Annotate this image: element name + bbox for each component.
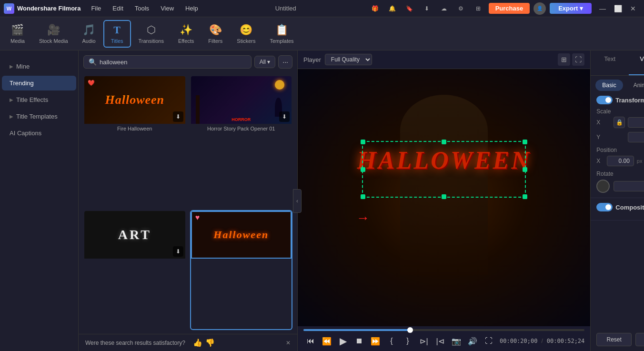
skip-back-button[interactable]: ⏮ xyxy=(303,334,318,348)
player-label: Player xyxy=(303,56,321,63)
right-tabs: Text Video Text To Speech xyxy=(591,50,644,76)
download-icon-horror[interactable]: ⬇ xyxy=(279,111,290,122)
scale-lock-icon[interactable]: 🔒 xyxy=(614,117,625,128)
transform-toggle[interactable] xyxy=(596,96,613,104)
menu-help[interactable]: Help xyxy=(181,3,203,14)
tool-transitions[interactable]: ⬡ Transitions xyxy=(132,21,171,47)
sidebar-item-title-templates[interactable]: ▶ Title Templates xyxy=(2,109,76,124)
thumbs-down-icon[interactable]: 👎 xyxy=(205,338,215,347)
download-icon-fire[interactable]: ⬇ xyxy=(173,111,183,122)
stop-button[interactable]: ⏹ xyxy=(352,334,366,348)
tool-stickers[interactable]: 😊 Stickers xyxy=(230,21,262,47)
titles-icon: T xyxy=(113,24,121,36)
menu-tools[interactable]: Tools xyxy=(130,3,154,14)
scale-y-label: Y xyxy=(596,134,611,140)
tool-media[interactable]: 🎬 Media xyxy=(4,21,31,47)
snapshot-button[interactable]: 📷 xyxy=(449,334,463,348)
step-forward-button[interactable]: ⏩ xyxy=(368,334,382,348)
thumbs-up-icon[interactable]: 👍 xyxy=(193,338,202,347)
maximize-button[interactable]: ⬜ xyxy=(611,2,625,15)
effects-icon: ✨ xyxy=(180,24,192,36)
compositing-title: Compositing xyxy=(596,203,644,211)
tab-text[interactable]: Text xyxy=(591,50,629,75)
tool-templates[interactable]: 📋 Templates xyxy=(263,21,300,47)
close-button[interactable]: ✕ xyxy=(626,2,640,15)
right-bottom-buttons: Reset Keyframe Panel xyxy=(591,328,644,351)
gift-icon[interactable]: 🎁 xyxy=(369,2,382,15)
tool-audio[interactable]: 🎵 Audio xyxy=(76,21,102,47)
tool-stock[interactable]: 🎥 Stock Media xyxy=(32,21,75,47)
mark-in-button[interactable]: { xyxy=(384,334,399,348)
rotate-value[interactable]: 0.00° xyxy=(614,181,644,191)
sub-tab-basic[interactable]: Basic xyxy=(595,80,623,91)
play-button[interactable]: ▶ xyxy=(336,334,350,348)
step-back-button[interactable]: ⏪ xyxy=(320,334,334,348)
progress-track[interactable] xyxy=(303,329,584,331)
download-icon-art[interactable]: ⬇ xyxy=(173,246,183,257)
fullscreen-btn[interactable]: ⛶ xyxy=(482,334,496,348)
search-input[interactable] xyxy=(100,59,246,66)
sub-tab-animation[interactable]: Animation xyxy=(627,80,644,91)
search-input-wrap[interactable]: 🔍 xyxy=(83,55,252,69)
settings-icon[interactable]: ⚙ xyxy=(454,2,468,15)
split-view-icon[interactable]: ⊞ xyxy=(558,53,570,66)
thumb-fire-halloween[interactable]: Halloween ❤️ ⬇ Fire Halloween xyxy=(83,75,186,206)
thumb-halloween-selected[interactable]: Halloween ♥ xyxy=(190,210,293,331)
tool-titles[interactable]: T Titles xyxy=(103,20,131,48)
to-mark-in-button[interactable]: ⊳| xyxy=(417,334,431,348)
bookmark-icon[interactable]: 🔖 xyxy=(403,2,416,15)
right-panel-spacer xyxy=(591,221,644,328)
stickers-icon: 😊 xyxy=(240,24,252,36)
scale-y-value[interactable]: 100.00 xyxy=(628,132,644,142)
scale-row: Scale X 🔒 100.00 % ◇ Y 100.00 % ◇ xyxy=(596,108,644,142)
feedback-icons: 👍 👎 xyxy=(193,338,215,347)
to-mark-out-button[interactable]: |⊲ xyxy=(433,334,447,348)
download-icon[interactable]: ⬇ xyxy=(420,2,433,15)
heart-icon-selected: ♥ xyxy=(193,213,202,222)
tab-video[interactable]: Video xyxy=(629,50,644,75)
thumb-horror-img: HORROR ⬇ xyxy=(191,76,292,124)
keyframe-panel-button[interactable]: Keyframe Panel xyxy=(635,333,644,346)
minimize-button[interactable]: — xyxy=(595,2,610,15)
tool-effects[interactable]: ✨ Effects xyxy=(171,21,201,47)
scale-x-value[interactable]: 100.00 xyxy=(628,117,644,128)
thumb-art-halloween[interactable]: ART ⬇ xyxy=(83,210,186,331)
compositing-toggle[interactable] xyxy=(596,203,613,211)
audio-button[interactable]: 🔊 xyxy=(465,334,480,348)
sidebar-item-ai-captions[interactable]: AI Captions xyxy=(2,126,76,140)
menu-view[interactable]: View xyxy=(156,3,179,14)
filters-icon: 🎨 xyxy=(209,24,222,36)
bell-icon[interactable]: 🔔 xyxy=(386,2,399,15)
logo-icon: W xyxy=(4,3,14,14)
tool-filters[interactable]: 🎨 Filters xyxy=(201,21,229,47)
menu-edit[interactable]: Edit xyxy=(108,3,128,14)
panel-collapse-button[interactable]: ‹ xyxy=(293,189,302,213)
feedback-close-button[interactable]: ✕ xyxy=(286,340,291,346)
pos-x-value[interactable]: 0.00 xyxy=(607,156,634,166)
thumb-horror-story[interactable]: HORROR ⬇ Horror Story Pack Opener 01 xyxy=(190,75,293,206)
more-button[interactable]: ··· xyxy=(278,55,292,69)
purchase-button[interactable]: Purchase xyxy=(489,3,530,14)
time-row: ⏮ ⏪ ▶ ⏹ ⏩ { } ⊳| |⊲ 📷 🔊 ⛶ 00:00:20;00 / … xyxy=(303,334,584,348)
app-logo: W Wondershare Filmora xyxy=(4,3,80,14)
menu-file[interactable]: File xyxy=(86,3,106,14)
export-button[interactable]: Export ▾ xyxy=(550,3,592,14)
rotate-dial[interactable] xyxy=(596,180,610,193)
sidebar-item-title-effects[interactable]: ▶ Title Effects xyxy=(2,92,76,107)
sidebar-mine-label: Mine xyxy=(16,63,30,70)
search-bar: 🔍 All ▾ ··· xyxy=(79,50,297,71)
right-panel: Text Video Text To Speech Basic Animatio… xyxy=(590,50,644,351)
sidebar-item-trending[interactable]: Trending xyxy=(2,76,76,90)
filter-button[interactable]: All ▾ xyxy=(254,56,276,68)
mark-out-button[interactable]: } xyxy=(401,334,415,348)
apps-icon[interactable]: ⊞ xyxy=(472,2,485,15)
fullscreen-icon[interactable]: ⛶ xyxy=(572,53,584,66)
user-avatar[interactable]: 👤 xyxy=(533,2,546,15)
reset-button[interactable]: Reset xyxy=(596,333,632,346)
feedback-question: Were these search results satisfactory? xyxy=(85,340,185,346)
search-panel: 🔍 All ▾ ··· Halloween ❤️ ⬇ Fire Hallowee… xyxy=(79,50,298,351)
sidebar-item-mine[interactable]: ▶ Mine xyxy=(2,59,76,74)
quality-select[interactable]: Full Quality 1/2 Quality 1/4 Quality xyxy=(325,54,372,65)
cloud-icon[interactable]: ☁ xyxy=(437,2,451,15)
position-xy-row: X 0.00 px Y 0.00 px xyxy=(596,156,644,166)
